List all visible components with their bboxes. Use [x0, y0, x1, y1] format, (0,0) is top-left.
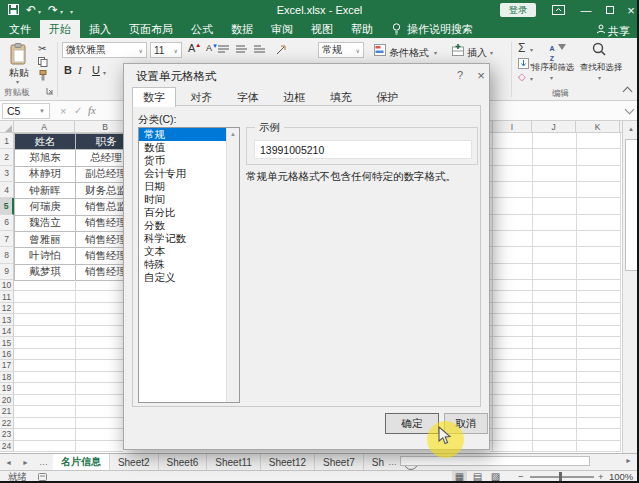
category-fraction[interactable]: 分数 — [139, 219, 239, 232]
category-accounting[interactable]: 会计专用 — [139, 167, 239, 180]
number-format-dropdown-icon[interactable]: ∨ — [356, 47, 360, 54]
clipboard-dialog-launcher-icon[interactable] — [46, 87, 54, 95]
sort-filter-button[interactable]: 排序和筛选 — [528, 62, 578, 74]
row-header-cell[interactable]: 11 — [0, 291, 14, 302]
column-header-j[interactable]: J — [532, 121, 576, 133]
paste-icon[interactable] — [10, 43, 28, 65]
row-header-cell[interactable]: 18 — [0, 372, 14, 383]
select-all-button[interactable] — [0, 121, 14, 133]
row-header-cell[interactable]: 17 — [0, 360, 14, 371]
name-box-dropdown-icon[interactable]: ▼ — [39, 108, 45, 114]
share-button[interactable]: 共享 — [608, 24, 630, 39]
sheet-tab-truncated[interactable]: Sh — [364, 454, 386, 470]
name-box[interactable]: C5 ▼ — [2, 103, 50, 119]
sheet-tab[interactable]: Sheet11 — [207, 454, 261, 470]
bold-button[interactable]: B — [64, 64, 72, 76]
dialog-tab-alignment[interactable]: 对齐 — [180, 88, 222, 106]
grow-font-button[interactable]: A▲ — [188, 42, 201, 54]
insert-cells-button[interactable]: 插入 — [467, 46, 487, 60]
insert-cells-dropdown-icon[interactable]: ▾ — [490, 49, 493, 56]
insert-cells-icon[interactable] — [452, 44, 464, 56]
cut-icon[interactable]: ✂ — [38, 43, 46, 54]
row-header-cell[interactable]: 16 — [0, 349, 14, 360]
cell-a2[interactable]: 郑旭东 — [15, 150, 76, 166]
paste-dropdown-icon[interactable]: ▾ — [16, 78, 19, 85]
cell-a5[interactable]: 何瑞庚 — [15, 199, 76, 215]
close-button[interactable]: × — [624, 2, 638, 18]
row-header-cell[interactable]: 7 — [0, 231, 14, 247]
enter-entry-icon[interactable]: ✓ — [74, 105, 82, 116]
tab-home[interactable]: 开始 — [40, 20, 80, 38]
row-header-cell[interactable]: 19 — [0, 383, 14, 394]
sign-in-button[interactable]: 登录 — [500, 3, 536, 17]
insert-function-icon[interactable]: fx — [88, 104, 96, 116]
column-header-i[interactable]: I — [492, 121, 532, 133]
sheet-tab[interactable]: Sheet2 — [110, 454, 159, 470]
row-header-cell[interactable]: 13 — [0, 314, 14, 325]
dialog-close-icon[interactable]: × — [472, 66, 490, 84]
horizontal-scroll-thumb[interactable] — [400, 456, 590, 466]
italic-button[interactable]: I — [78, 64, 82, 76]
dialog-tab-font[interactable]: 字体 — [227, 88, 269, 106]
tab-file[interactable]: 文件 — [0, 20, 40, 38]
align-top-icon[interactable] — [218, 45, 229, 54]
row-header-cell[interactable]: 1 — [0, 133, 14, 149]
sort-filter-dropdown-icon[interactable]: ▾ — [550, 74, 553, 81]
tab-insert[interactable]: 插入 — [80, 20, 120, 38]
category-text[interactable]: 文本 — [139, 245, 239, 258]
font-size-combo[interactable]: 11 ∨ — [150, 42, 182, 58]
cell-a9[interactable]: 戴梦琪 — [15, 265, 76, 281]
maximize-button[interactable] — [606, 6, 614, 14]
sheet-nav-left-icon[interactable]: ◄ — [0, 454, 17, 470]
sheet-overflow-left[interactable]: … — [34, 454, 53, 470]
row-header-cell[interactable]: 3 — [0, 166, 14, 182]
cell-a6[interactable]: 魏浩立 — [15, 216, 76, 232]
row-header-cell[interactable]: 21 — [0, 406, 14, 417]
category-time[interactable]: 时间 — [139, 193, 239, 206]
font-name-combo[interactable]: 微软雅黑 ∨ — [62, 42, 147, 58]
font-size-dropdown-icon[interactable]: ∨ — [174, 47, 178, 54]
row-header-cell[interactable]: 24 — [0, 441, 14, 452]
cancel-entry-icon[interactable]: × — [60, 105, 66, 117]
tab-data[interactable]: 数据 — [222, 20, 262, 38]
category-currency[interactable]: 货币 — [139, 154, 239, 167]
scroll-right-icon[interactable]: ► — [625, 457, 632, 464]
table-header-cell[interactable]: 姓名 — [15, 134, 76, 150]
row-header-cell[interactable]: 8 — [0, 247, 14, 263]
tab-page-layout[interactable]: 页面布局 — [120, 20, 182, 38]
sheet-overflow-right[interactable]: … — [386, 454, 399, 470]
row-header-cell[interactable]: 6 — [0, 215, 14, 231]
number-format-combo[interactable]: 常规 ∨ — [318, 42, 364, 58]
tab-help[interactable]: 帮助 — [342, 20, 382, 38]
row-header-cell[interactable]: 4 — [0, 182, 14, 198]
underline-dropdown-icon[interactable]: ▾ — [103, 69, 106, 76]
listbox-scroll-up-icon[interactable]: ▲ — [227, 128, 239, 140]
listbox-scrollbar[interactable]: ▲ — [226, 128, 239, 402]
row-header-cell[interactable]: 10 — [0, 280, 14, 291]
align-middle-icon[interactable] — [236, 45, 247, 54]
row-header-cell[interactable]: 23 — [0, 429, 14, 440]
font-name-dropdown-icon[interactable]: ∨ — [139, 47, 143, 54]
conditional-formatting-icon[interactable] — [374, 44, 386, 56]
sheet-nav-right-icon[interactable]: ► — [17, 454, 34, 470]
find-select-button[interactable]: 查找和选择 — [574, 62, 628, 74]
column-header-k[interactable]: K — [576, 121, 620, 133]
ribbon-display-options-icon[interactable] — [552, 5, 565, 15]
cell-a4[interactable]: 钟新晖 — [15, 183, 76, 199]
dialog-tab-fill[interactable]: 填充 — [320, 88, 362, 106]
sort-filter-icon[interactable]: A Z — [545, 42, 559, 62]
autosum-dropdown-icon[interactable]: ▾ — [530, 46, 533, 53]
conditional-formatting-button[interactable]: 条件格式 — [389, 46, 429, 60]
clear-icon[interactable]: ◇ — [518, 71, 526, 82]
dialog-tab-border[interactable]: 边框 — [273, 88, 315, 106]
column-header-a[interactable]: A — [14, 121, 75, 133]
tab-view[interactable]: 视图 — [302, 20, 342, 38]
row-header-cell[interactable]: 5 — [0, 198, 14, 214]
copy-icon[interactable] — [38, 57, 48, 67]
tab-formulas[interactable]: 公式 — [182, 20, 222, 38]
tab-review[interactable]: 审阅 — [262, 20, 302, 38]
row-header-cell[interactable]: 9 — [0, 264, 14, 280]
row-header-cell[interactable]: 22 — [0, 418, 14, 429]
find-select-dropdown-icon[interactable]: ▾ — [598, 74, 601, 81]
category-custom[interactable]: 自定义 — [139, 271, 239, 284]
